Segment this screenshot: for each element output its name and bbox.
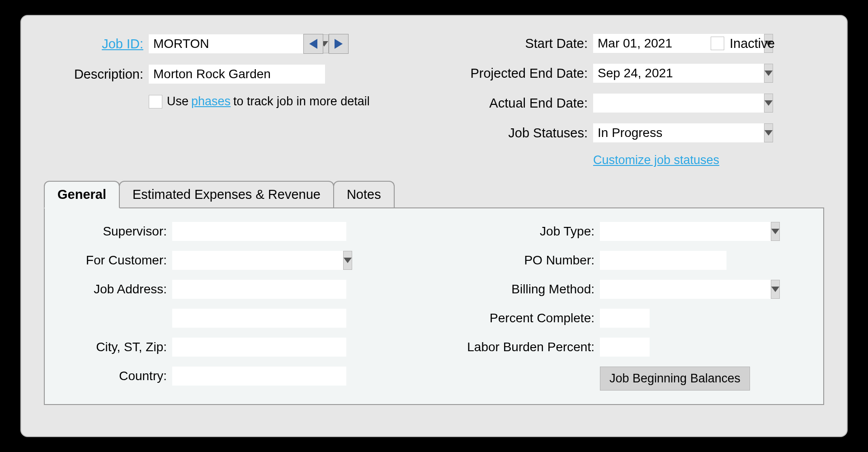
chevron-down-icon[interactable] [771,280,780,299]
labor-burden-label: Labor Burden Percent: [445,340,594,354]
general-right-column: Job Type: PO Number: Billing Method: [445,222,805,391]
actual-end-input[interactable] [593,94,764,113]
job-type-combo [600,222,726,241]
for-customer-input[interactable] [172,251,343,270]
job-type-input[interactable] [600,222,771,241]
triangle-left-icon [309,39,317,49]
job-type-row: Job Type: [445,222,805,241]
job-address-row: Job Address: [58,280,418,299]
use-phases-row: Use phases to track job in more detail [149,94,429,108]
city-st-zip-row: City, ST, Zip: [58,338,418,357]
percent-complete-label: Percent Complete: [445,311,594,325]
labor-burden-input[interactable] [600,338,650,357]
po-number-label: PO Number: [445,253,594,268]
start-date-combo [593,34,702,53]
job-statuses-combo [593,123,702,142]
job-type-label: Job Type: [445,224,594,239]
city-st-zip-label: City, ST, Zip: [58,340,167,354]
po-number-row: PO Number: [445,251,805,270]
for-customer-label: For Customer: [58,253,167,268]
projected-end-row: Projected End Date: [439,64,824,83]
inactive-checkbox[interactable] [711,37,724,50]
start-date-label: Start Date: [439,36,588,51]
actual-end-label: Actual End Date: [439,96,588,111]
job-beginning-balances-button[interactable]: Job Beginning Balances [600,367,750,391]
po-number-input[interactable] [600,251,726,270]
job-statuses-input[interactable] [593,123,764,142]
supervisor-label: Supervisor: [58,224,167,239]
city-st-zip-input[interactable] [172,338,346,357]
projected-end-combo [593,64,702,83]
supervisor-row: Supervisor: [58,222,418,241]
prev-record-button[interactable] [303,34,323,54]
percent-complete-input[interactable] [600,309,650,328]
use-phases-checkbox[interactable] [149,95,162,108]
phases-link[interactable]: phases [191,94,231,108]
tab-strip: General Estimated Expenses & Revenue Not… [44,181,824,207]
billing-method-label: Billing Method: [445,282,594,297]
for-customer-combo [172,251,346,270]
tab-general[interactable]: General [44,181,120,208]
country-row: Country: [58,367,418,386]
job-id-input[interactable] [149,34,320,53]
svg-marker-9 [771,287,779,292]
supervisor-input[interactable] [172,222,346,241]
description-row: Description: [44,65,429,84]
job-statuses-row: Job Statuses: [439,123,824,142]
job-address2-row [58,309,418,328]
for-customer-row: For Customer: [58,251,418,270]
svg-marker-2 [335,39,343,49]
svg-marker-6 [764,130,773,136]
inactive-label: Inactive [730,36,775,51]
svg-marker-5 [764,100,773,106]
actual-end-combo [593,94,702,113]
projected-end-label: Projected End Date: [439,66,588,81]
job-window: Job ID: Description: [20,15,848,437]
chevron-down-icon[interactable] [771,222,780,241]
country-input[interactable] [172,367,346,386]
country-label: Country: [58,369,167,383]
svg-marker-8 [771,229,779,234]
tab-notes[interactable]: Notes [333,181,395,207]
description-input[interactable] [149,65,325,84]
customize-statuses-link[interactable]: Customize job statuses [593,153,719,167]
billing-method-input[interactable] [600,280,771,299]
header-right-column: Start Date: Inactive Projected End Date: [439,34,824,167]
svg-marker-1 [309,39,317,49]
job-address-input[interactable] [172,280,346,299]
triangle-right-icon [335,39,343,49]
job-address2-input[interactable] [172,309,346,328]
projected-end-input[interactable] [593,64,764,83]
description-label: Description: [44,67,143,82]
job-id-label[interactable]: Job ID: [44,37,143,52]
actual-end-row: Actual End Date: [439,94,824,113]
job-address-label: Job Address: [58,282,167,297]
next-record-button[interactable] [329,34,349,54]
general-panel: Supervisor: For Customer: Job Address: [44,207,824,405]
labor-burden-row: Labor Burden Percent: [445,338,805,357]
use-phases-suffix: to track job in more detail [233,94,370,108]
customize-statuses-row: Customize job statuses [593,153,824,167]
general-left-column: Supervisor: For Customer: Job Address: [58,222,418,391]
header-left-column: Job ID: Description: [44,34,429,167]
svg-marker-7 [344,258,352,263]
chevron-down-icon[interactable] [764,94,773,113]
job-id-row: Job ID: [44,34,429,54]
job-statuses-label: Job Statuses: [439,126,588,141]
use-phases-prefix: Use [167,94,189,108]
percent-complete-row: Percent Complete: [445,309,805,328]
billing-method-row: Billing Method: [445,280,805,299]
start-date-row: Start Date: Inactive [439,34,824,53]
chevron-down-icon[interactable] [764,123,773,142]
beginning-balances-row: Job Beginning Balances [600,367,805,391]
chevron-down-icon[interactable] [764,64,773,83]
billing-method-combo [600,280,726,299]
header: Job ID: Description: [44,34,824,167]
svg-marker-4 [764,71,773,76]
tab-estimated[interactable]: Estimated Expenses & Revenue [119,181,334,207]
chevron-down-icon[interactable] [343,251,352,270]
job-id-combo [149,34,298,53]
